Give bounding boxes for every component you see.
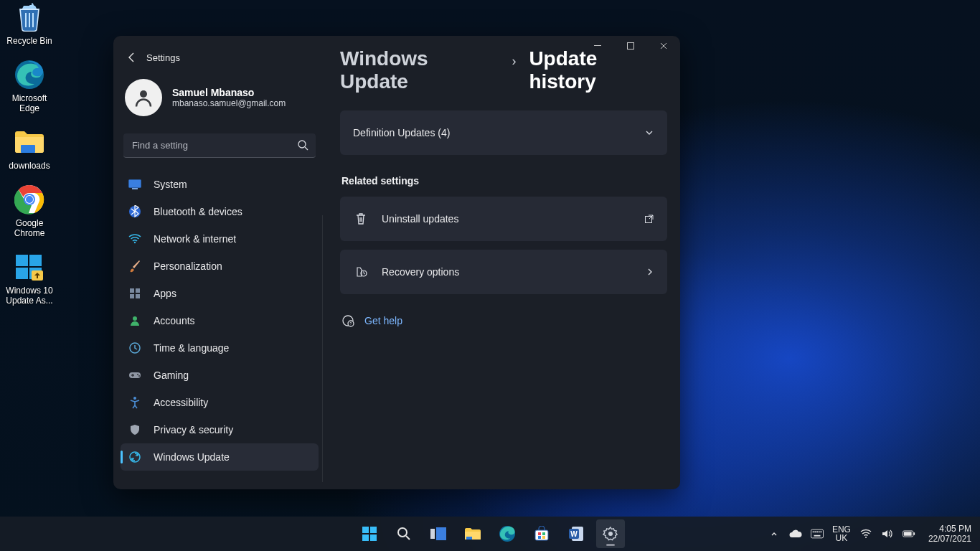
search-icon bbox=[297, 139, 308, 151]
svg-point-26 bbox=[133, 316, 137, 321]
nav-label: Accessibility bbox=[154, 397, 208, 408]
svg-point-16 bbox=[140, 90, 147, 98]
desktop-icon-update-assistant[interactable]: Windows 10 Update As... bbox=[1, 251, 57, 306]
desktop-icon-downloads[interactable]: downloads bbox=[1, 126, 57, 171]
svg-rect-0 bbox=[25, 13, 27, 27]
accounts-icon bbox=[128, 314, 142, 328]
svg-rect-61 bbox=[819, 531, 820, 532]
svg-point-17 bbox=[298, 141, 306, 148]
gaming-icon bbox=[128, 368, 142, 382]
edge-icon bbox=[14, 59, 45, 90]
svg-rect-25 bbox=[136, 294, 140, 298]
nav-system[interactable]: System bbox=[121, 171, 319, 198]
keyboard-icon[interactable] bbox=[811, 527, 824, 540]
svg-rect-1 bbox=[29, 13, 30, 27]
wifi-tray-icon[interactable] bbox=[859, 527, 872, 540]
nav-label: Time & language bbox=[154, 342, 229, 354]
taskbar: W ENG UK 4:05 PM 22/07/2021 bbox=[0, 517, 980, 551]
related-label: Recovery options bbox=[382, 266, 646, 278]
breadcrumb-parent[interactable]: Windows Update bbox=[340, 47, 499, 93]
bluetooth-icon bbox=[128, 204, 142, 219]
clock[interactable]: 4:05 PM 22/07/2021 bbox=[928, 524, 971, 544]
external-link-icon bbox=[644, 214, 654, 224]
nav-label: Windows Update bbox=[154, 451, 230, 463]
related-heading: Related settings bbox=[341, 175, 667, 187]
taskbar-explorer[interactable] bbox=[458, 519, 487, 548]
onedrive-icon[interactable] bbox=[789, 527, 802, 540]
svg-rect-41 bbox=[370, 534, 377, 541]
taskbar-settings[interactable] bbox=[596, 519, 625, 548]
svg-rect-28 bbox=[129, 372, 141, 378]
related-recovery-options[interactable]: Recovery options bbox=[340, 250, 667, 294]
start-button[interactable] bbox=[355, 519, 384, 548]
shield-icon bbox=[128, 423, 142, 437]
nav-personalization[interactable]: Personalization bbox=[121, 253, 319, 280]
back-button[interactable] bbox=[123, 49, 141, 66]
system-icon bbox=[128, 177, 142, 192]
svg-rect-60 bbox=[816, 531, 818, 532]
nav-apps[interactable]: Apps bbox=[121, 280, 319, 307]
svg-rect-43 bbox=[430, 529, 435, 539]
settings-window: Settings Samuel Mbanaso mbanaso.samuel@g… bbox=[113, 36, 680, 489]
svg-point-42 bbox=[398, 528, 407, 537]
nav-label: Personalization bbox=[154, 260, 222, 272]
tray-overflow-icon[interactable] bbox=[768, 527, 781, 540]
nav-label: Gaming bbox=[154, 369, 189, 381]
desktop-icon-edge[interactable]: Microsoft Edge bbox=[1, 59, 57, 113]
related-uninstall-updates[interactable]: Uninstall updates bbox=[340, 197, 667, 241]
get-help-link[interactable]: Get help bbox=[364, 315, 402, 326]
svg-text:W: W bbox=[570, 530, 578, 538]
nav-time[interactable]: Time & language bbox=[121, 334, 319, 362]
nav-accessibility[interactable]: Accessibility bbox=[121, 389, 319, 416]
taskbar-search[interactable] bbox=[390, 519, 418, 548]
profile-block[interactable]: Samuel Mbanaso mbanaso.samuel@gmail.com bbox=[121, 72, 319, 129]
desktop-icon-label: Google Chrome bbox=[14, 218, 45, 238]
avatar-icon bbox=[125, 79, 162, 116]
svg-point-64 bbox=[865, 537, 867, 538]
taskbar-store[interactable] bbox=[527, 519, 556, 548]
svg-rect-51 bbox=[538, 536, 541, 539]
svg-rect-38 bbox=[362, 527, 369, 533]
folder-icon bbox=[14, 126, 45, 158]
battery-tray-icon[interactable] bbox=[903, 527, 915, 540]
nav-label: System bbox=[154, 179, 187, 190]
search-input[interactable] bbox=[123, 133, 316, 158]
nav-gaming[interactable]: Gaming bbox=[121, 362, 319, 389]
nav-bluetooth[interactable]: Bluetooth & devices bbox=[121, 198, 319, 225]
wifi-icon bbox=[128, 232, 142, 246]
svg-rect-57 bbox=[811, 529, 823, 538]
profile-email: mbanaso.samuel@gmail.com bbox=[172, 98, 286, 108]
taskbar-edge[interactable] bbox=[493, 519, 522, 548]
trash-icon bbox=[353, 211, 369, 227]
volume-tray-icon[interactable] bbox=[881, 527, 894, 540]
svg-text:?: ? bbox=[350, 321, 352, 326]
svg-rect-63 bbox=[814, 535, 820, 537]
nav-windows-update[interactable]: Windows Update bbox=[121, 443, 319, 471]
breadcrumb: Windows Update › Update history bbox=[340, 47, 667, 93]
svg-point-56 bbox=[608, 532, 613, 536]
svg-rect-62 bbox=[820, 531, 821, 532]
expander-label: Definition Updates (4) bbox=[353, 127, 644, 138]
brush-icon bbox=[128, 259, 142, 273]
svg-rect-23 bbox=[136, 288, 140, 293]
svg-rect-39 bbox=[370, 527, 377, 533]
taskbar-taskview[interactable] bbox=[424, 519, 453, 548]
svg-rect-18 bbox=[129, 180, 141, 188]
chrome-icon bbox=[14, 184, 45, 215]
nav-privacy[interactable]: Privacy & security bbox=[121, 416, 319, 443]
nav-network[interactable]: Network & internet bbox=[121, 225, 319, 253]
clock-date: 22/07/2021 bbox=[928, 534, 971, 544]
desktop-icon-chrome[interactable]: Google Chrome bbox=[1, 184, 57, 238]
accessibility-icon bbox=[128, 395, 142, 410]
recycle-bin-icon bbox=[14, 1, 45, 33]
language-indicator[interactable]: ENG UK bbox=[832, 525, 851, 542]
svg-rect-49 bbox=[538, 532, 541, 535]
svg-rect-22 bbox=[130, 288, 134, 293]
clock-icon bbox=[128, 341, 142, 355]
desktop-icon-recycle-bin[interactable]: Recycle Bin bbox=[1, 1, 57, 46]
svg-rect-24 bbox=[130, 294, 134, 298]
nav-accounts[interactable]: Accounts bbox=[121, 307, 319, 334]
taskbar-word[interactable]: W bbox=[562, 519, 590, 548]
expander-definition-updates[interactable]: Definition Updates (4) bbox=[340, 110, 667, 155]
help-icon: ? bbox=[341, 314, 354, 327]
